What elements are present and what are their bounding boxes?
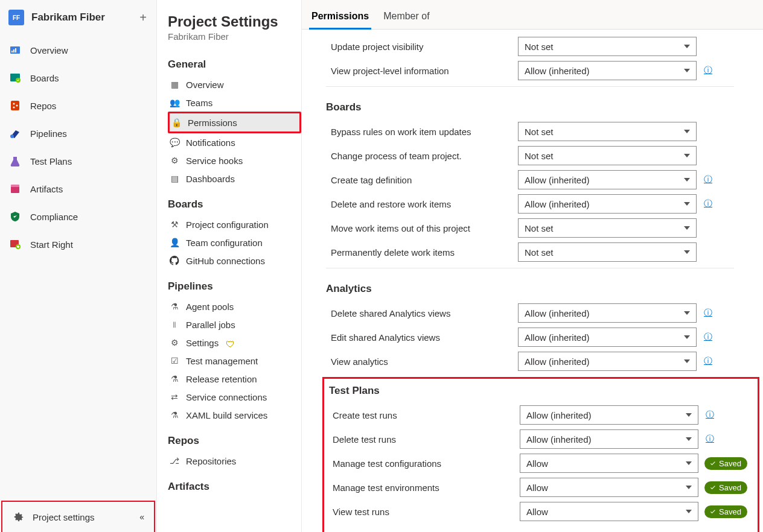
settings-test-management[interactable]: ☑Test management bbox=[168, 352, 301, 370]
info-icon[interactable]: ⓘ bbox=[703, 65, 714, 76]
info-icon[interactable]: ⓘ bbox=[703, 174, 714, 185]
project-settings-link[interactable]: Project settings « bbox=[1, 501, 155, 532]
nav-repos[interactable]: Repos bbox=[0, 92, 156, 119]
perm-row: Update project visibility Not set bbox=[302, 34, 763, 59]
perm-row: View project-level information Allow (in… bbox=[302, 59, 763, 83]
perm-row: Delete shared Analytics viewsAllow (inhe… bbox=[302, 301, 763, 325]
nav-start-right[interactable]: Start Right bbox=[0, 230, 156, 258]
perm-row: Delete and restore work itemsAllow (inhe… bbox=[302, 192, 763, 216]
svg-rect-6 bbox=[11, 101, 19, 110]
info-icon[interactable]: ⓘ bbox=[704, 410, 715, 420]
nav-pipelines-label: Pipelines bbox=[30, 128, 67, 139]
perm-select[interactable]: Not set bbox=[518, 218, 697, 238]
perm-label: Edit shared Analytics views bbox=[331, 332, 512, 343]
saved-badge: Saved bbox=[704, 505, 747, 518]
settings-overview-label: Overview bbox=[186, 80, 224, 90]
team-config-icon: 👤 bbox=[169, 237, 180, 248]
perm-section-analytics: Analytics Delete shared Analytics viewsA… bbox=[302, 272, 763, 377]
perm-select[interactable]: Allow (inherited) bbox=[518, 352, 697, 371]
info-icon[interactable]: ⓘ bbox=[703, 356, 714, 367]
info-icon[interactable]: ⓘ bbox=[703, 198, 714, 209]
perm-select[interactable]: Allow bbox=[520, 478, 698, 497]
perm-select[interactable]: Not set bbox=[518, 146, 697, 165]
nav-artifacts[interactable]: Artifacts bbox=[0, 175, 156, 203]
nav-start-right-label: Start Right bbox=[30, 239, 73, 250]
tab-member-of[interactable]: Member of bbox=[381, 11, 432, 29]
project-title-row[interactable]: FF Fabrikam Fiber bbox=[8, 10, 105, 25]
svg-rect-3 bbox=[15, 48, 16, 52]
boards-icon bbox=[8, 71, 22, 84]
settings-project-config[interactable]: ⚒Project configuration bbox=[168, 215, 301, 233]
settings-agent-pools[interactable]: ⚗Agent pools bbox=[168, 297, 301, 315]
perm-select[interactable]: Allow bbox=[520, 502, 698, 521]
perm-value: Allow bbox=[526, 458, 548, 469]
saved-badge: Saved bbox=[704, 457, 747, 470]
add-button[interactable]: + bbox=[139, 11, 147, 25]
settings-service-hooks[interactable]: ⚙Service hooks bbox=[168, 151, 301, 169]
settings-teams[interactable]: 👥Teams bbox=[168, 93, 301, 112]
nav-overview[interactable]: Overview bbox=[0, 36, 156, 64]
info-icon[interactable]: ⓘ bbox=[703, 332, 714, 343]
perm-row: View test runsAllowSaved bbox=[324, 499, 758, 524]
shield-icon: 🛡 bbox=[226, 339, 232, 346]
collapse-chevron-icon[interactable]: « bbox=[139, 512, 144, 522]
settings-repositories[interactable]: ⎇Repositories bbox=[168, 452, 301, 470]
perm-heading-boards: Boards bbox=[302, 95, 763, 119]
settings-dashboards[interactable]: ▤Dashboards bbox=[168, 169, 301, 188]
settings-release-retention-label: Release retention bbox=[186, 374, 257, 384]
perm-label: Manage test configurations bbox=[333, 458, 514, 469]
perm-select[interactable]: Allow (inherited) bbox=[518, 61, 697, 80]
settings-pipeline-settings[interactable]: ⚙Settings🛡 bbox=[168, 334, 301, 352]
perm-label: Permanently delete work items bbox=[331, 247, 512, 258]
settings-github[interactable]: GitHub connections bbox=[168, 252, 301, 270]
settings-xaml-build[interactable]: ⚗XAML build services bbox=[168, 406, 301, 424]
perm-heading-test-plans: Test Plans bbox=[324, 379, 758, 403]
perm-select[interactable]: Allow (inherited) bbox=[518, 170, 697, 189]
settings-agent-pools-label: Agent pools bbox=[186, 302, 234, 312]
nav-compliance[interactable]: Compliance bbox=[0, 203, 156, 230]
perm-row: Permanently delete work itemsNot set bbox=[302, 240, 763, 264]
settings-release-retention[interactable]: ⚗Release retention bbox=[168, 370, 301, 388]
settings-permissions[interactable]: 🔒Permissions bbox=[168, 112, 301, 133]
github-icon bbox=[169, 255, 180, 266]
perm-select[interactable]: Allow (inherited) bbox=[518, 303, 697, 323]
perm-row: Bypass rules on work item updatesNot set bbox=[302, 119, 763, 144]
perm-select[interactable]: Allow (inherited) bbox=[520, 405, 698, 425]
project-settings-label: Project settings bbox=[33, 512, 95, 522]
perm-label: Create tag definition bbox=[331, 175, 512, 185]
settings-parallel-jobs[interactable]: ⦀Parallel jobs bbox=[168, 315, 301, 334]
perm-label: View test runs bbox=[333, 507, 514, 517]
dashboard-icon: ▤ bbox=[169, 173, 180, 184]
perm-select[interactable]: Allow (inherited) bbox=[520, 429, 698, 449]
perm-select[interactable]: Not set bbox=[518, 37, 697, 56]
settings-team-config-label: Team configuration bbox=[186, 238, 263, 248]
nav-boards[interactable]: Boards bbox=[0, 64, 156, 92]
nav-test-plans-label: Test Plans bbox=[30, 156, 72, 166]
settings-team-config[interactable]: 👤Team configuration bbox=[168, 233, 301, 252]
grid-icon: ▦ bbox=[169, 79, 180, 90]
perm-select[interactable]: Not set bbox=[518, 122, 697, 141]
info-icon[interactable]: ⓘ bbox=[704, 434, 715, 445]
perm-select[interactable]: Allow (inherited) bbox=[518, 194, 697, 214]
permissions-body: Update project visibility Not set View p… bbox=[302, 30, 763, 532]
perm-select[interactable]: Allow (inherited) bbox=[518, 328, 697, 347]
info-icon[interactable]: ⓘ bbox=[703, 308, 714, 318]
settings-service-connections[interactable]: ⇄Service connections bbox=[168, 388, 301, 406]
perm-label: Delete test runs bbox=[333, 434, 514, 445]
settings-notifications[interactable]: 💬Notifications bbox=[168, 133, 301, 151]
test-mgmt-icon: ☑ bbox=[169, 355, 180, 366]
perm-select[interactable]: Not set bbox=[518, 242, 697, 262]
settings-overview[interactable]: ▦Overview bbox=[168, 75, 301, 93]
nav-test-plans[interactable]: Test Plans bbox=[0, 147, 156, 175]
nav-pipelines[interactable]: Pipelines bbox=[0, 119, 156, 147]
perm-row: Manage test environmentsAllowSaved bbox=[324, 475, 758, 499]
perm-label: Bypass rules on work item updates bbox=[331, 127, 512, 137]
left-sidebar: FF Fabrikam Fiber + Overview Boards Repo… bbox=[0, 0, 157, 532]
tab-permissions[interactable]: Permissions bbox=[309, 11, 371, 29]
agent-icon: ⚗ bbox=[169, 301, 180, 312]
perm-label: Move work items out of this project bbox=[331, 223, 512, 233]
project-header: FF Fabrikam Fiber + bbox=[0, 0, 156, 33]
perm-label: Create test runs bbox=[333, 410, 514, 420]
settings-repositories-label: Repositories bbox=[186, 456, 236, 466]
perm-select[interactable]: Allow bbox=[520, 454, 698, 473]
